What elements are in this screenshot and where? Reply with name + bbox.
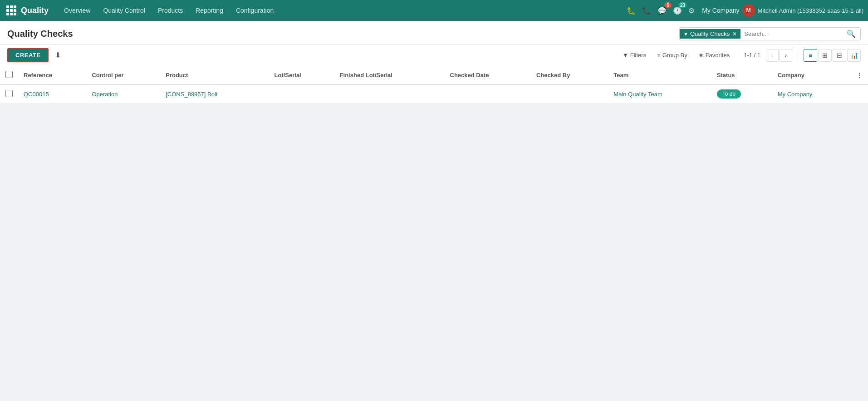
reference-link[interactable]: QC00015 [24, 91, 49, 98]
pagination-buttons: ‹ › [766, 49, 792, 62]
col-reference: Reference [18, 66, 86, 84]
select-all-header [0, 66, 18, 84]
col-product: Product [160, 66, 269, 84]
cell-control-per: Operation [86, 84, 160, 103]
groupby-icon: ≡ [657, 52, 661, 59]
search-bar: ▼ Quality Checks ✕ 🔍 [679, 27, 861, 40]
quality-checks-table: Reference Control per Product Lot/Serial… [0, 66, 868, 103]
view-grid-button[interactable]: ⊟ [833, 49, 846, 62]
cell-reference: QC00015 [18, 84, 86, 103]
col-status: Status [711, 66, 772, 84]
phone-icon[interactable]: 📞 [640, 5, 653, 17]
col-control-per: Control per [86, 66, 160, 84]
view-kanban-button[interactable]: ⊞ [818, 49, 832, 62]
settings-icon[interactable]: ⚙ [687, 5, 696, 17]
view-chart-button[interactable]: 📊 [847, 49, 861, 62]
team-link[interactable]: Main Quality Team [613, 91, 662, 98]
main-nav: Overview Quality Control Products Report… [58, 0, 280, 21]
cell-company: My Company [772, 84, 851, 103]
user-menu[interactable]: M Mitchell Admin (15338352-saas-15-1-all… [742, 4, 863, 17]
cell-status: To do [711, 84, 772, 103]
cell-more [851, 84, 868, 103]
cell-product: [CONS_89957] Bolt [160, 84, 269, 103]
select-all-checkbox[interactable] [5, 71, 13, 78]
filter-tag-label: Quality Checks [690, 30, 730, 37]
company-link[interactable]: My Company [778, 91, 813, 98]
search-filter-tag[interactable]: ▼ Quality Checks ✕ [680, 29, 740, 39]
prev-page-button[interactable]: ‹ [766, 49, 779, 62]
status-badge: To do [717, 89, 741, 99]
cell-finished-lot-serial [334, 84, 445, 103]
table-container: Reference Control per Product Lot/Serial… [0, 66, 868, 103]
search-button[interactable]: 🔍 [842, 28, 860, 40]
cell-checked-date [445, 84, 531, 103]
nav-overview[interactable]: Overview [58, 0, 97, 21]
clock-count: 23 [678, 2, 687, 8]
toolbar-divider-2 [798, 51, 798, 60]
col-company: Company [772, 66, 851, 84]
nav-reporting[interactable]: Reporting [189, 0, 230, 21]
col-more: ⋮ [851, 66, 868, 84]
main-content: Quality Checks ▼ Quality Checks ✕ 🔍 CREA… [0, 21, 868, 409]
view-list-button[interactable]: ≡ [804, 49, 817, 62]
col-lot-serial: Lot/Serial [269, 66, 334, 84]
empty-area [0, 103, 868, 401]
brand-logo[interactable]: Quality [21, 6, 49, 15]
col-checked-by: Checked By [531, 66, 608, 84]
filters-button[interactable]: ▼ Filters [620, 50, 649, 60]
chat-badge[interactable]: 💬 5 [656, 5, 668, 17]
chat-count: 5 [664, 2, 672, 8]
pagination-info: 1-1 / 1 [744, 52, 760, 59]
nav-products[interactable]: Products [152, 0, 189, 21]
filter-icon: ▼ [683, 31, 688, 37]
clock-badge[interactable]: 🕐 23 [671, 5, 684, 17]
toolbar-right: ▼ Filters ≡ Group By ★ Favorites 1-1 / 1… [620, 49, 861, 62]
header-search: ▼ Quality Checks ✕ 🔍 [679, 27, 861, 40]
toolbar-divider [738, 51, 738, 60]
cell-team: Main Quality Team [608, 84, 711, 103]
topbar-right: 🐛 📞 💬 5 🕐 23 ⚙ My Company M Mitchell Adm… [625, 4, 863, 17]
create-button[interactable]: CREATE [7, 48, 49, 62]
apps-menu-button[interactable] [5, 4, 18, 17]
cell-lot-serial [269, 84, 334, 103]
next-page-button[interactable]: › [780, 49, 792, 62]
col-team: Team [608, 66, 711, 84]
table-header-row: Reference Control per Product Lot/Serial… [0, 66, 868, 84]
filter-funnel-icon: ▼ [623, 52, 628, 59]
favorites-button[interactable]: ★ Favorites [696, 50, 732, 60]
groupby-button[interactable]: ≡ Group By [654, 50, 690, 60]
page-title: Quality Checks [7, 29, 73, 39]
row-checkbox[interactable] [5, 90, 13, 97]
view-switcher: ≡ ⊞ ⊟ 📊 [804, 49, 861, 62]
page-header: Quality Checks ▼ Quality Checks ✕ 🔍 [0, 21, 868, 44]
cell-checked-by [531, 84, 608, 103]
filter-tag-remove[interactable]: ✕ [732, 31, 737, 37]
topbar: Quality Overview Quality Control Product… [0, 0, 868, 21]
download-button[interactable]: ⬇ [52, 49, 64, 61]
nav-configuration[interactable]: Configuration [230, 0, 280, 21]
bug-icon[interactable]: 🐛 [625, 5, 638, 17]
avatar: M [742, 4, 755, 17]
toolbar: CREATE ⬇ ▼ Filters ≡ Group By ★ Favorite… [0, 44, 868, 66]
product-link[interactable]: [CONS_89957] Bolt [166, 91, 217, 98]
col-finished-lot-serial: Finished Lot/Serial [334, 66, 445, 84]
star-icon: ★ [698, 52, 704, 59]
search-input[interactable] [740, 29, 842, 39]
user-name: Mitchell Admin (15338352-saas-15-1-all) [758, 7, 863, 14]
company-name[interactable]: My Company [702, 7, 739, 14]
col-checked-date: Checked Date [445, 66, 531, 84]
table-row: QC00015 Operation [CONS_89957] Bolt Main… [0, 84, 868, 103]
nav-quality-control[interactable]: Quality Control [97, 0, 152, 21]
control-per-link[interactable]: Operation [92, 91, 118, 98]
row-checkbox-cell [0, 84, 18, 103]
